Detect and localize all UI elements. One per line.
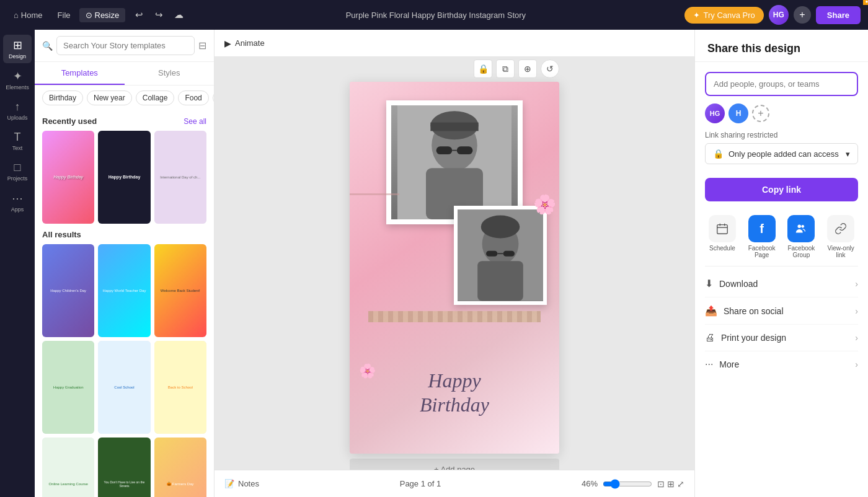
chip-food[interactable]: Food bbox=[178, 90, 208, 105]
sidebar-item-uploads[interactable]: ↑ Uploads bbox=[3, 97, 32, 125]
duplicate-canvas-button[interactable]: ⧉ bbox=[496, 59, 515, 78]
link-dropdown[interactable]: 🔒 Only people added can access ▾ bbox=[705, 143, 858, 164]
more-icon: ··· bbox=[705, 359, 713, 370]
notes-button[interactable]: 📝 Notes bbox=[224, 479, 259, 488]
sidebar-item-design[interactable]: ⊞ Design bbox=[3, 35, 32, 63]
happy-birthday-text[interactable]: HappyBirthday bbox=[362, 369, 547, 416]
person-photo-main bbox=[391, 105, 518, 219]
svg-rect-6 bbox=[457, 146, 473, 154]
action-row-print[interactable]: 🖨 Print your design › bbox=[705, 325, 858, 351]
chip-more[interactable]: › bbox=[213, 90, 214, 105]
recently-used-header: Recently used See all bbox=[42, 110, 206, 131]
template-card[interactable]: Cool School bbox=[98, 341, 150, 434]
link-section: Link sharing restricted 🔒 Only people ad… bbox=[705, 131, 858, 164]
saved-button[interactable]: ☁ bbox=[170, 6, 187, 24]
chip-newyear[interactable]: New year bbox=[87, 90, 132, 105]
home-button[interactable]: ⌂ Home bbox=[7, 8, 49, 22]
chip-birthday[interactable]: Birthday bbox=[42, 90, 83, 105]
template-card[interactable]: Happy Children's Day bbox=[42, 244, 94, 337]
template-preview: Cool School bbox=[98, 341, 150, 434]
design-canvas[interactable]: 🌸 🌸 HappyBirthday bbox=[350, 82, 559, 454]
template-preview: Happy Children's Day bbox=[42, 244, 94, 337]
share-action-view-only-link[interactable]: View-only link bbox=[823, 215, 858, 258]
share-body: HG H + Link sharing restricted 🔒 Only pe… bbox=[695, 62, 868, 387]
sidebar-item-label-text: Text bbox=[12, 145, 23, 151]
tab-styles[interactable]: Styles bbox=[125, 62, 215, 85]
design-icon: ⊞ bbox=[13, 38, 22, 52]
fullscreen-icon[interactable]: ⤢ bbox=[677, 479, 684, 489]
template-card[interactable]: Welcome Back Student! bbox=[154, 244, 206, 337]
chevron-right-icon-3: › bbox=[855, 333, 858, 343]
svg-rect-5 bbox=[436, 146, 453, 154]
user-avatar[interactable]: HG bbox=[769, 5, 789, 25]
svg-rect-13 bbox=[503, 251, 515, 257]
secondary-photo[interactable] bbox=[454, 206, 547, 305]
share-action-facebook-group[interactable]: Facebook Group bbox=[784, 215, 819, 258]
collaborators: HG H + bbox=[705, 103, 858, 123]
add-collaborator-button[interactable]: + bbox=[794, 6, 811, 24]
sidebar-item-projects[interactable]: □ Projects bbox=[3, 157, 32, 185]
lock-canvas-button[interactable]: 🔒 bbox=[474, 59, 492, 78]
print-label: Print your design bbox=[721, 333, 786, 343]
resize-button[interactable]: ⊙ Resize bbox=[79, 8, 126, 22]
search-area: 🔍 ⊟ bbox=[35, 30, 214, 62]
action-row-share-social[interactable]: 📤 Share on social › bbox=[705, 297, 858, 325]
zoom-actual-icon[interactable]: ⊞ bbox=[667, 479, 675, 489]
zoom-level: 46% bbox=[582, 479, 598, 488]
facebook-page-label: Facebook Page bbox=[745, 245, 779, 258]
action-row-more[interactable]: ··· More › bbox=[705, 351, 858, 377]
chevron-right-icon-2: › bbox=[855, 306, 858, 316]
see-all-link[interactable]: See all bbox=[184, 117, 206, 126]
redo-button[interactable]: ↪ bbox=[150, 6, 167, 24]
template-preview: Happy Birthday bbox=[98, 131, 150, 224]
template-card[interactable]: Back to School bbox=[154, 341, 206, 434]
refresh-button[interactable]: ↺ bbox=[541, 59, 559, 78]
view-only-link-icon bbox=[827, 215, 854, 242]
delete-canvas-button[interactable]: ⊕ bbox=[518, 59, 537, 78]
avatar-hg[interactable]: HG bbox=[705, 103, 725, 123]
try-pro-button[interactable]: ✦ Try Canva Pro bbox=[684, 7, 764, 24]
template-card[interactable]: 🎃 Farmers Day bbox=[154, 438, 206, 497]
template-card[interactable]: Happy Graduation bbox=[42, 341, 94, 434]
filter-button[interactable]: ⊟ bbox=[198, 40, 206, 51]
template-preview: Online Learning Course bbox=[42, 438, 94, 497]
sidebar-item-text[interactable]: T Text bbox=[3, 127, 32, 155]
share-action-facebook-page[interactable]: f Facebook Page bbox=[745, 215, 779, 258]
copy-link-button[interactable]: Copy link bbox=[705, 178, 858, 201]
page-info: Page 1 of 1 bbox=[400, 479, 441, 488]
canvas-scroll[interactable]: 🔒 ⧉ ⊕ ↺ bbox=[215, 57, 694, 497]
template-card[interactable]: International Day of ch... bbox=[154, 131, 206, 224]
animate-button[interactable]: ▶ Animate bbox=[224, 38, 265, 48]
file-button[interactable]: File bbox=[51, 8, 77, 22]
template-preview: Back to School bbox=[154, 341, 206, 434]
share-button[interactable]: Share bbox=[816, 6, 861, 24]
all-results-grid: Happy Children's Day Happy World Teacher… bbox=[42, 244, 206, 497]
more-label: More bbox=[719, 359, 739, 369]
elements-icon: ✦ bbox=[13, 69, 22, 83]
chip-collage[interactable]: Collage bbox=[136, 90, 175, 105]
share-header: Share this design bbox=[695, 30, 868, 62]
people-input[interactable] bbox=[705, 72, 858, 96]
template-card[interactable]: You Don't Have to Live on the Streets bbox=[98, 438, 150, 497]
template-card[interactable]: Happy Birthday bbox=[42, 131, 94, 224]
left-sidebar: ⊞ Design ✦ Elements ↑ Uploads T Text □ P… bbox=[0, 30, 35, 497]
sidebar-item-elements[interactable]: ✦ Elements bbox=[3, 66, 32, 94]
tab-templates[interactable]: Templates bbox=[35, 62, 125, 85]
template-card[interactable]: Happy World Teacher Day bbox=[98, 244, 150, 337]
topbar-right: ✦ Try Canva Pro HG + Share bbox=[684, 5, 861, 25]
access-label: Only people added can access bbox=[728, 149, 839, 159]
facebook-page-icon: f bbox=[748, 215, 776, 242]
search-input[interactable] bbox=[56, 36, 195, 55]
avatar-h[interactable]: H bbox=[728, 103, 748, 123]
fit-screen-icon[interactable]: ⊡ bbox=[657, 479, 665, 489]
animate-icon: ▶ bbox=[224, 38, 231, 48]
share-action-schedule[interactable]: ● Schedule bbox=[705, 215, 740, 258]
canvas-area: ▶ Animate 🔒 ⧉ ⊕ ↺ bbox=[215, 30, 694, 497]
add-collaborator-icon-button[interactable]: + bbox=[752, 105, 769, 122]
template-card[interactable]: Online Learning Course bbox=[42, 438, 94, 497]
template-card[interactable]: Happy Birthday bbox=[98, 131, 150, 224]
action-row-download[interactable]: ⬇ Download › bbox=[705, 270, 858, 297]
zoom-slider[interactable] bbox=[603, 479, 652, 489]
undo-button[interactable]: ↩ bbox=[130, 6, 148, 24]
sidebar-item-apps[interactable]: ⋯ Apps bbox=[3, 188, 32, 216]
